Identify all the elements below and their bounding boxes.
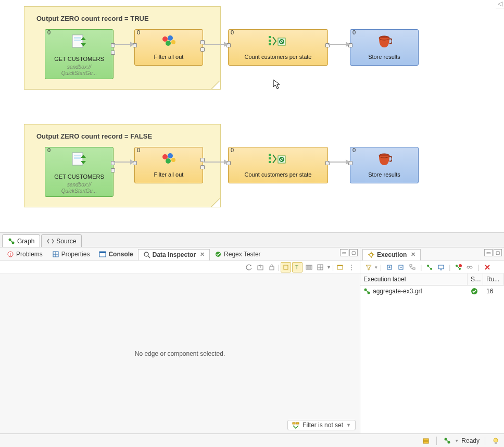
node-label: Filter all out (135, 54, 203, 60)
monitor-icon[interactable] (436, 262, 446, 272)
edge[interactable] (203, 162, 224, 163)
server-icon[interactable] (421, 436, 431, 446)
close-icon[interactable]: ✕ (200, 251, 205, 258)
execution-table[interactable]: Execution label St... Ru... aggregate-ex… (360, 274, 504, 433)
filter-icon[interactable] (363, 262, 374, 272)
svg-rect-24 (269, 161, 271, 163)
scroll-up-icon[interactable]: ◁ (496, 0, 504, 8)
tip-icon[interactable] (490, 436, 501, 446)
grid-icon[interactable] (315, 262, 325, 272)
filter-icon (292, 421, 299, 429)
dropdown-icon[interactable]: ▾ (375, 265, 377, 270)
tab-source[interactable]: Source (41, 234, 82, 247)
edge[interactable] (328, 44, 346, 45)
svg-rect-87 (423, 441, 429, 443)
table-row[interactable]: aggregate-ex3.grf 16 (360, 285, 504, 297)
maximize-button[interactable]: ▢ (349, 249, 358, 256)
dropdown-icon[interactable]: ▼ (346, 423, 351, 428)
close-icon[interactable]: ✕ (411, 251, 415, 258)
new-window-icon[interactable] (335, 262, 345, 272)
export-icon[interactable] (255, 262, 266, 272)
run-error-icon[interactable] (453, 262, 463, 272)
node-label: Store results (350, 171, 418, 178)
group-title-true: Output ZERO count record = TRUE (36, 15, 149, 22)
edge[interactable] (114, 44, 130, 45)
node-label: GET CUSTOMERS (45, 173, 113, 180)
node-label: Filter all out (135, 171, 203, 178)
filter-bar[interactable]: Filter is not set ▼ (287, 420, 356, 430)
svg-line-90 (446, 440, 448, 442)
run-status-icon[interactable] (442, 436, 452, 446)
columns-icon[interactable] (304, 262, 314, 272)
run-tree-icon[interactable] (424, 262, 435, 272)
node-get-customers-2[interactable]: 0 GET CUSTOMERS sandbox:// QuickStartGu.… (45, 147, 114, 197)
gear-icon (368, 251, 375, 258)
node-aggregate-2[interactable]: 0 Count customers per state (228, 147, 328, 183)
source-icon (47, 238, 54, 245)
group-title-false: Output ZERO count record = FALSE (36, 132, 152, 140)
svg-rect-92 (495, 442, 497, 444)
col-status[interactable]: St... (468, 274, 483, 285)
node-sublabel: sandbox:// (45, 64, 113, 70)
output-port[interactable] (200, 47, 205, 52)
tab-console[interactable]: Console (94, 249, 137, 259)
search-icon (143, 251, 150, 258)
tab-graph[interactable]: Graph (2, 234, 40, 247)
edge[interactable] (203, 44, 224, 45)
output-port[interactable] (111, 168, 115, 172)
data-inspector-toolbar: | T ▼ | ⋮ (0, 261, 360, 274)
edge-arrow-icon (130, 159, 134, 165)
highlight-icon[interactable] (281, 262, 291, 272)
refresh-icon[interactable] (244, 262, 254, 272)
expand-icon[interactable] (384, 262, 395, 272)
minimize-button[interactable]: ▭ (340, 249, 348, 256)
link-icon[interactable] (464, 262, 475, 272)
node-writer-1[interactable]: 0 Store results (350, 29, 419, 66)
tab-execution[interactable]: Execution ✕ (362, 249, 421, 260)
node-filter-2[interactable]: 0 Filter all out (134, 147, 203, 183)
svg-point-5 (166, 41, 171, 46)
svg-point-77 (459, 264, 462, 267)
dropdown-icon[interactable]: ▾ (456, 438, 458, 443)
svg-rect-67 (410, 265, 412, 266)
trash-icon (350, 151, 418, 168)
empty-message: No edge or component selected. (135, 350, 225, 357)
tab-data-inspector[interactable]: Data Inspector ✕ (138, 249, 210, 260)
row-run: 16 (486, 288, 493, 295)
node-sublabel2: QuickStartGu... (45, 188, 113, 194)
node-writer-2[interactable]: 0 Store results (350, 147, 419, 183)
text-mode-icon[interactable]: T (292, 262, 303, 272)
tab-properties-label: Properties (61, 251, 90, 258)
edge-arrow-icon (346, 42, 350, 47)
lock-icon[interactable] (267, 262, 277, 272)
svg-rect-56 (296, 423, 299, 424)
node-aggregate-1[interactable]: 0 Count customers per state (228, 29, 328, 66)
reader-icon (45, 151, 113, 168)
delete-icon[interactable] (482, 262, 493, 272)
col-label[interactable]: Execution label (360, 274, 468, 285)
maximize-button[interactable]: ▢ (494, 249, 502, 256)
col-run[interactable]: Ru... (483, 274, 504, 285)
tree-icon[interactable] (407, 262, 418, 272)
tab-problems[interactable]: ! Problems (2, 249, 47, 259)
output-port[interactable] (200, 165, 205, 169)
console-icon (99, 251, 106, 258)
svg-point-40 (144, 252, 148, 256)
edge[interactable] (328, 162, 346, 163)
node-get-customers-1[interactable]: 0 GET CUSTOMERS sandbox:// QuickStartGu.… (45, 29, 114, 79)
output-port[interactable] (111, 51, 115, 55)
node-filter-1[interactable]: 0 Filter all out (134, 29, 203, 66)
dropdown-icon[interactable]: ▼ (326, 265, 331, 270)
tab-regex-tester[interactable]: Regex Tester (210, 249, 265, 259)
svg-point-3 (162, 36, 168, 42)
node-label: Count customers per state (229, 54, 327, 60)
collapse-icon[interactable] (396, 262, 406, 272)
svg-line-71 (429, 266, 431, 268)
menu-icon[interactable]: ⋮ (346, 262, 357, 272)
tab-properties[interactable]: Properties (47, 249, 95, 259)
svg-rect-7 (269, 36, 271, 38)
svg-rect-48 (308, 265, 310, 269)
diagram-canvas[interactable]: ◁ Output ZERO count record = TRUE 0 GET … (0, 0, 504, 232)
edge[interactable] (114, 162, 130, 163)
minimize-button[interactable]: ▭ (484, 249, 493, 256)
